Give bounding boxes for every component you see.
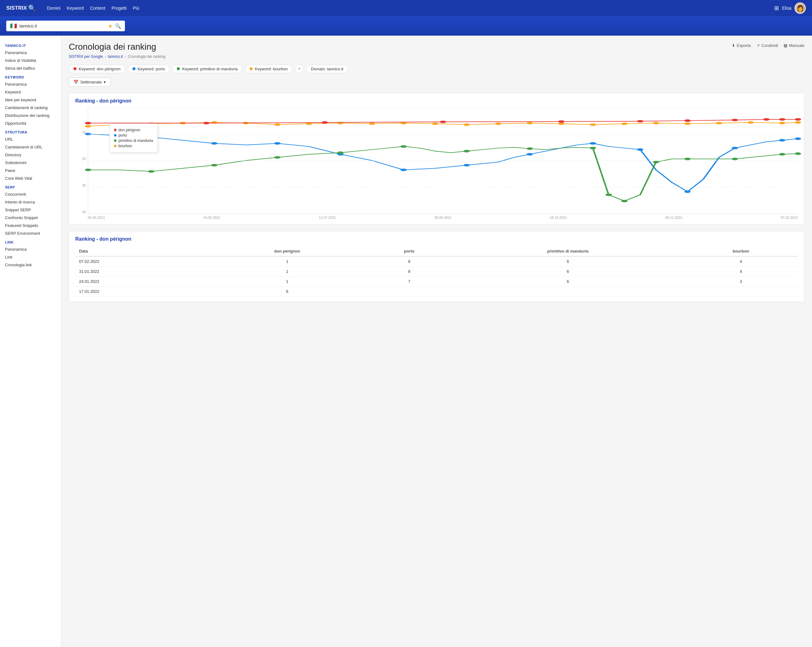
logo[interactable]: SISTRIX 🔍: [6, 5, 36, 12]
svg-point-53: [337, 151, 343, 154]
legend-pill-3[interactable]: Keyword: bourbon: [245, 65, 293, 73]
sidebar-item-panoramica-kw[interactable]: Panoramica: [0, 80, 61, 88]
x-label-5: 06.12.2021: [665, 216, 682, 219]
y-axis: 10 20 30 40: [75, 107, 86, 214]
sidebar-item-cambiamenti-url[interactable]: Cambiamenti di URL: [0, 143, 61, 151]
y-label-10: 10: [75, 130, 86, 134]
sidebar-section-keyword: KEYWORD: [0, 72, 61, 80]
sidebar-item-sottodomini[interactable]: Sottodomini: [0, 159, 61, 167]
chevron-down-icon: ▾: [104, 80, 106, 84]
legend-label-0: Keyword: don pérignon: [79, 67, 121, 71]
manuale-button[interactable]: ▦ Manuale: [784, 43, 804, 48]
y-label-40: 40: [75, 210, 86, 214]
sidebar-item-distribuzione-ranking[interactable]: Distribuzione del ranking: [0, 112, 61, 119]
svg-point-6: [274, 124, 281, 126]
breadcrumb-tannico[interactable]: tannico.it: [108, 54, 123, 59]
nav-piu[interactable]: Più: [133, 6, 139, 11]
legend-label-3: Keyword: bourbon: [255, 67, 288, 71]
legend-label-domain: Domain: tannico.it: [311, 67, 343, 71]
grid-line-0: [88, 107, 798, 108]
avatar[interactable]: 👩: [795, 3, 806, 14]
toolbar-actions: ⬇ Esporta ↗ Condividi ▦ Manuale: [732, 43, 804, 48]
row0-date: 07.02.2022: [75, 256, 208, 267]
nav-domini[interactable]: Domini: [47, 6, 61, 11]
nav-links: Domini Keyword Content Progetti Più: [47, 6, 139, 11]
row3-date: 17.01.2022: [75, 287, 208, 297]
logo-text: SISTRIX 🔍: [6, 5, 36, 12]
row1-bourbon: 4: [684, 267, 798, 277]
sidebar-item-confronto-snippet[interactable]: Confronto Snippet: [0, 214, 61, 222]
row1-porto: 8: [367, 267, 452, 277]
data-table-section: Ranking - don pérignon Data don pérignon…: [69, 231, 804, 302]
chart-canvas: don pérignon porto primitivo di manduria: [88, 107, 798, 214]
legend-dot-3: [250, 67, 253, 70]
sidebar-item-core-web-vital[interactable]: Core Web Vital: [0, 174, 61, 182]
svg-point-20: [716, 122, 722, 124]
svg-point-61: [684, 158, 690, 161]
grid-icon[interactable]: ⊞: [774, 5, 779, 12]
sidebar-item-cronologia-link[interactable]: Cronologia link: [0, 261, 61, 269]
row2-primitivo: 6: [452, 277, 684, 287]
legend-dot-2: [177, 67, 180, 70]
svg-point-13: [495, 122, 501, 125]
col-bourbon: bourbon: [684, 246, 798, 256]
search-input[interactable]: [19, 23, 105, 28]
period-selector: 📅 Settimanale ▾: [69, 78, 804, 87]
svg-point-18: [653, 122, 659, 124]
sidebar-item-stima-traffico[interactable]: Stima del traffico: [0, 64, 61, 72]
search-icon[interactable]: 🔍: [115, 23, 121, 29]
sidebar-item-keyword[interactable]: Keyword: [0, 88, 61, 96]
nav-content[interactable]: Content: [90, 6, 105, 11]
svg-point-28: [558, 120, 564, 123]
sidebar-item-panoramica-link[interactable]: Panoramica: [0, 245, 61, 253]
search-bar: 🇮🇹 ★ 🔍: [0, 16, 812, 36]
sidebar-item-snippet-serp[interactable]: Snippet SERP: [0, 206, 61, 214]
svg-point-46: [732, 147, 738, 149]
x-label-4: 18.10.2021: [549, 216, 567, 219]
sidebar-item-directory[interactable]: Directory: [0, 151, 61, 159]
breadcrumb-sep-1: ›: [105, 54, 106, 59]
sidebar-item-serp-environment[interactable]: SERP Environment: [0, 229, 61, 237]
sidebar-item-idee-keyword[interactable]: Idee per keyword: [0, 96, 61, 104]
x-axis: 05.04.2021 24.05.2021 12.07.2021 30.08.2…: [88, 216, 798, 219]
tooltip-row-1: porto: [114, 133, 153, 138]
favorite-star-icon[interactable]: ★: [108, 23, 113, 29]
legend-pill-1[interactable]: Keyword: porto: [128, 65, 169, 73]
sidebar-item-link[interactable]: Link: [0, 253, 61, 261]
svg-point-22: [779, 122, 785, 124]
tooltip-row-0: don pérignon: [114, 128, 153, 132]
nav-progetti[interactable]: Progetti: [111, 6, 127, 11]
svg-point-24: [85, 122, 91, 124]
chart-section: Ranking - don pérignon 10 20 30 40: [69, 93, 804, 225]
legend-row: Keyword: don pérignon Keyword: porto Key…: [69, 64, 804, 73]
breadcrumb-sistrix[interactable]: SISTRIX per Google: [69, 54, 103, 59]
legend-pill-2[interactable]: Keyword: primitivo di manduria: [172, 65, 242, 73]
svg-point-51: [211, 164, 217, 166]
period-button[interactable]: 📅 Settimanale ▾: [69, 78, 111, 87]
grid-line-25: [88, 134, 798, 135]
svg-point-16: [590, 124, 596, 126]
sidebar-item-url[interactable]: URL: [0, 135, 61, 143]
sidebar-item-cambiamenti-ranking[interactable]: Cambiamenti di ranking: [0, 104, 61, 112]
svg-point-15: [558, 122, 564, 125]
legend-pill-0[interactable]: Keyword: don pérignon: [69, 65, 125, 73]
esporta-button[interactable]: ⬇ Esporta: [732, 43, 751, 48]
row2-porto: 7: [367, 277, 452, 287]
svg-point-11: [432, 122, 438, 125]
sidebar-item-paesi[interactable]: Paesi: [0, 167, 61, 174]
sidebar-item-indice-visibilita[interactable]: Indice di Visibilità: [0, 57, 61, 64]
sidebar-item-featured-snippets[interactable]: Featured Snippets: [0, 222, 61, 229]
table-title: Ranking - don pérignon: [75, 236, 798, 242]
add-keyword-button[interactable]: +: [295, 64, 304, 73]
sidebar-item-concorrenti[interactable]: Concorrenti: [0, 190, 61, 198]
svg-point-0: [85, 125, 91, 127]
condividi-button[interactable]: ↗ Condividi: [756, 43, 778, 48]
svg-point-54: [400, 145, 407, 148]
row3-porto: [367, 287, 452, 297]
svg-point-60: [653, 161, 659, 163]
nav-keyword[interactable]: Keyword: [67, 6, 84, 11]
sidebar-item-opportunita[interactable]: Opportunità: [0, 119, 61, 127]
sidebar-item-panoramica-tannico[interactable]: Panoramica: [0, 49, 61, 57]
legend-pill-domain[interactable]: Domain: tannico.it: [306, 65, 348, 73]
sidebar-item-intento-ricerca[interactable]: Intento di ricerca: [0, 198, 61, 206]
